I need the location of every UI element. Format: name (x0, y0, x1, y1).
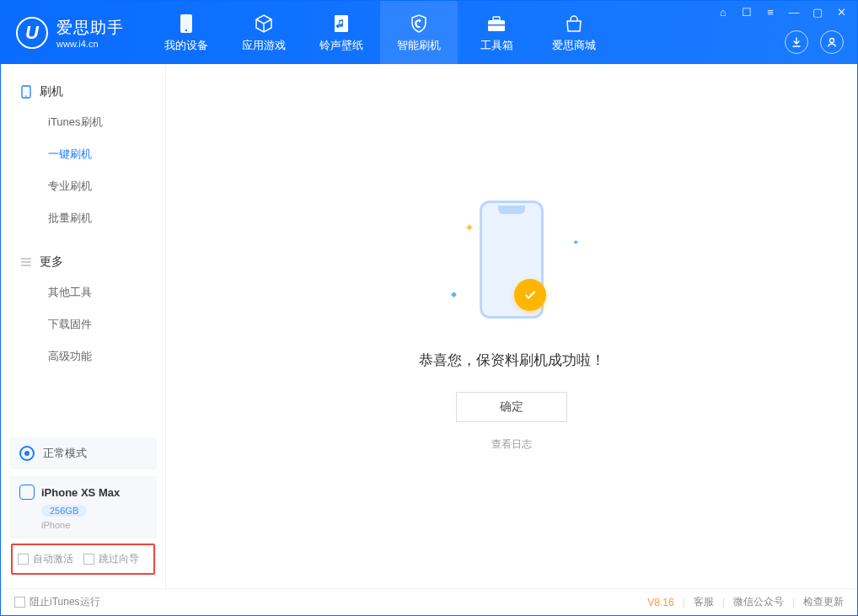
device-mode-label: 正常模式 (43, 446, 87, 461)
minimize-button[interactable]: — (786, 6, 802, 19)
footer-link-update[interactable]: 检查更新 (803, 595, 844, 609)
menu-icon[interactable]: ≡ (763, 6, 778, 19)
success-illustration: ✦ ✦ ◆ (461, 201, 562, 327)
nav-tab-store[interactable]: 爱思商城 (535, 1, 613, 64)
sparkle-icon: ✦ (464, 221, 475, 234)
nav-tab-apps[interactable]: 应用游戏 (225, 1, 303, 64)
sidebar-section-more: 更多 (1, 248, 165, 276)
device-name: iPhone XS Max (41, 486, 120, 499)
lock-icon[interactable]: ☐ (739, 6, 754, 19)
sidebar-item-download-firmware[interactable]: 下载固件 (1, 308, 165, 340)
checkbox-icon (14, 597, 25, 608)
svg-rect-5 (488, 24, 505, 26)
svg-point-1 (185, 29, 187, 30)
logo-icon: U (16, 17, 48, 49)
user-icon (826, 36, 838, 48)
cube-icon (253, 13, 275, 35)
maximize-button[interactable]: ▢ (810, 6, 825, 19)
device-phone-icon (19, 485, 35, 500)
auto-activate-checkbox[interactable]: 自动激活 (18, 552, 73, 566)
sidebar-item-advanced[interactable]: 高级功能 (1, 340, 165, 372)
download-button[interactable] (785, 30, 808, 54)
device-type: iPhone (41, 520, 147, 530)
sidebar-item-batch-flash[interactable]: 批量刷机 (1, 202, 165, 234)
device-icon (175, 13, 197, 35)
ok-button[interactable]: 确定 (456, 392, 567, 422)
app-header: U 爱思助手 www.i4.cn 我的设备 应用游戏 铃声壁纸 智能刷机 工具箱 (1, 1, 857, 64)
window-title-controls: ⌂ ☐ ≡ — ▢ ✕ (716, 6, 849, 19)
footer-link-support[interactable]: 客服 (694, 595, 714, 609)
skip-guide-checkbox[interactable]: 跳过向导 (83, 552, 139, 566)
header-right-actions (785, 30, 844, 54)
success-message: 恭喜您，保资料刷机成功啦！ (419, 351, 605, 370)
nav-tab-device[interactable]: 我的设备 (147, 1, 225, 64)
view-log-link[interactable]: 查看日志 (491, 437, 532, 452)
sidebar-item-other-tools[interactable]: 其他工具 (1, 276, 165, 308)
status-dot-icon (19, 446, 35, 461)
app-title: 爱思助手 (56, 17, 124, 39)
flash-options-highlight: 自动激活 跳过向导 (11, 544, 155, 575)
version-label: V8.16 (647, 597, 673, 608)
toolbox-icon (485, 13, 507, 35)
main-content: ✦ ✦ ◆ 恭喜您，保资料刷机成功啦！ 确定 查看日志 (166, 64, 857, 588)
download-icon (791, 36, 802, 48)
list-icon (19, 255, 33, 269)
nav-tabs: 我的设备 应用游戏 铃声壁纸 智能刷机 工具箱 爱思商城 (147, 1, 613, 64)
footer-link-wechat[interactable]: 微信公众号 (733, 595, 784, 609)
sparkle-icon: ◆ (451, 290, 457, 298)
app-subtitle: www.i4.cn (56, 39, 124, 49)
svg-rect-2 (335, 15, 348, 32)
nav-tab-ringtone[interactable]: 铃声壁纸 (303, 1, 380, 64)
checkbox-icon (18, 554, 29, 565)
sparkle-icon: ✦ (572, 238, 579, 247)
nav-tab-flash[interactable]: 智能刷机 (380, 1, 458, 64)
checkbox-icon (83, 554, 94, 565)
device-card[interactable]: iPhone XS Max 256GB iPhone (9, 476, 157, 538)
nav-tab-tools[interactable]: 工具箱 (458, 1, 535, 64)
close-button[interactable]: ✕ (834, 6, 849, 19)
phone-icon (19, 85, 33, 99)
check-badge-icon (514, 279, 546, 311)
device-mode-card[interactable]: 正常模式 (9, 437, 157, 469)
sidebar: 刷机 iTunes刷机 一键刷机 专业刷机 批量刷机 更多 其他工具 下载固件 … (1, 64, 166, 588)
sidebar-section-flash: 刷机 (1, 78, 165, 106)
shield-icon (408, 13, 430, 35)
phone-illustration (480, 201, 544, 319)
block-itunes-checkbox[interactable]: 阻止iTunes运行 (14, 595, 100, 609)
device-capacity-badge: 256GB (41, 505, 87, 517)
svg-rect-4 (493, 17, 500, 20)
music-icon (330, 13, 352, 35)
status-bar: 阻止iTunes运行 V8.16 | 客服 | 微信公众号 | 检查更新 (1, 588, 857, 615)
sidebar-item-itunes-flash[interactable]: iTunes刷机 (1, 106, 165, 138)
shirt-icon[interactable]: ⌂ (716, 6, 731, 19)
user-button[interactable] (820, 30, 844, 54)
svg-point-6 (830, 39, 834, 43)
sidebar-item-pro-flash[interactable]: 专业刷机 (1, 170, 165, 202)
store-icon (563, 13, 585, 35)
svg-point-8 (25, 95, 27, 97)
app-logo: U 爱思助手 www.i4.cn (1, 17, 139, 49)
sidebar-item-oneclick-flash[interactable]: 一键刷机 (1, 138, 165, 170)
